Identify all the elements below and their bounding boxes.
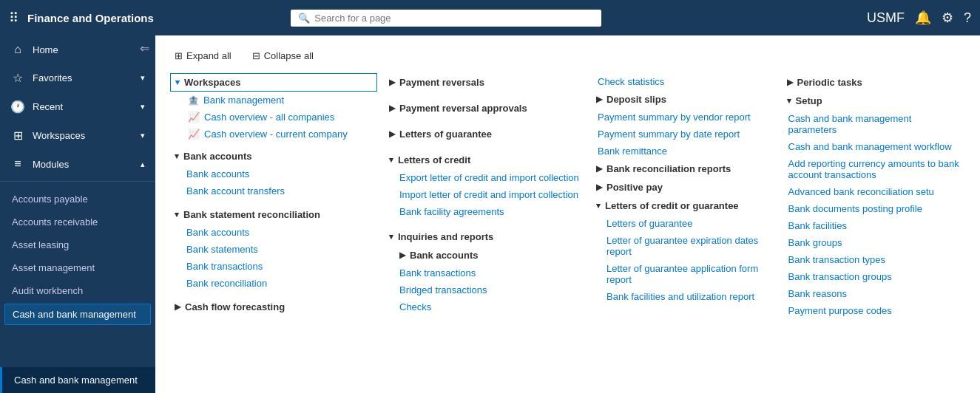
cash-bank-workflow-link[interactable]: Cash and bank management workflow: [783, 138, 966, 155]
bank-transaction-groups-link[interactable]: Bank transaction groups: [783, 268, 966, 285]
cash-overview-all-link[interactable]: 📈 Cash overview - all companies: [170, 109, 377, 126]
chevron-down-icon: ▾: [389, 155, 393, 165]
inquiries-header[interactable]: ▾ Inquiries and reports: [385, 228, 584, 246]
help-icon[interactable]: ?: [964, 10, 971, 26]
periodic-tasks-header[interactable]: ▶ Periodic tasks: [783, 73, 966, 92]
workspaces-label: Workspaces: [184, 77, 240, 88]
deposit-slips-header[interactable]: ▶ Deposit slips: [592, 90, 775, 109]
sidebar-item-workspaces[interactable]: ⊞ Workspaces ▾: [0, 121, 155, 150]
bank-facility-link[interactable]: Bank facility agreements: [385, 203, 584, 220]
chevron-right-icon: ▶: [389, 103, 395, 113]
column-3: Check statistics ▶ Deposit slips Payment…: [584, 73, 775, 312]
sidebar-item-asset-management[interactable]: Asset management: [0, 256, 155, 279]
workspaces-header[interactable]: ▾ Workspaces: [170, 73, 377, 92]
modules-icon: ≡: [10, 157, 25, 171]
cash-bank-params-link[interactable]: Cash and bank management parameters: [783, 110, 966, 138]
check-statistics-link[interactable]: Check statistics: [592, 73, 775, 90]
sidebar-collapse-btn[interactable]: ⇐: [140, 41, 149, 55]
chevron-down-icon: ▾: [175, 210, 179, 219]
bank-groups-link[interactable]: Bank groups: [783, 234, 966, 251]
bank-statements-link[interactable]: Bank statements: [170, 241, 377, 258]
payment-purpose-codes-link[interactable]: Payment purpose codes: [783, 302, 966, 319]
sidebar-recent-label: Recent: [33, 101, 63, 112]
letters-of-guarantee-header[interactable]: ▶ Letters of guarantee: [385, 125, 584, 143]
bank-transactions-link[interactable]: Bank transactions: [170, 258, 377, 275]
workspaces-icon: ⊞: [10, 129, 25, 143]
chevron-down-icon: ▾: [596, 201, 601, 211]
bank-management-label: Bank management: [203, 95, 284, 106]
bank-reconciliation-reports-label: Bank reconciliation reports: [606, 163, 731, 174]
bank-accounts-sub-header[interactable]: ▶ Bank accounts: [385, 246, 584, 264]
bank-icon: 🏦: [188, 95, 199, 106]
user-label: USMF: [867, 10, 905, 26]
chevron-right-icon: ▶: [787, 78, 793, 87]
export-letter-link[interactable]: Export letter of credit and import colle…: [385, 169, 584, 186]
cashflow-section: ▶ Cash flow forecasting: [170, 298, 377, 316]
bank-facilities-utilization-link[interactable]: Bank facilities and utilization report: [592, 288, 775, 305]
chevron-down-icon: ▾: [141, 102, 145, 112]
collapse-all-button[interactable]: ⊟ Collapse all: [248, 47, 318, 64]
sidebar-item-modules[interactable]: ≡ Modules ▴: [0, 150, 155, 178]
bank-docs-posting-link[interactable]: Bank documents posting profile: [783, 200, 966, 217]
chevron-right-icon: ▶: [175, 302, 180, 312]
cashflow-header[interactable]: ▶ Cash flow forecasting: [170, 298, 377, 316]
sidebar-item-home[interactable]: ⌂ Home: [0, 35, 155, 64]
sidebar-item-favorites[interactable]: ☆ Favorites ▾: [0, 64, 155, 92]
workspaces-items: 🏦 Bank management 📈 Cash overview - all …: [170, 92, 377, 143]
letters-credit-guarantee-label: Letters of credit or guarantee: [605, 200, 739, 211]
bank-reconciliation-link[interactable]: Bank reconciliation: [170, 275, 377, 292]
sidebar-item-asset-leasing[interactable]: Asset leasing: [0, 233, 155, 256]
advanced-bank-recon-link[interactable]: Advanced bank reconciliation setu: [783, 183, 966, 200]
sidebar-item-audit-workbench[interactable]: Audit workbench: [0, 279, 155, 302]
checks-link[interactable]: Checks: [385, 298, 584, 315]
bank-remittance-link[interactable]: Bank remittance: [592, 143, 775, 160]
bell-icon[interactable]: 🔔: [915, 10, 931, 26]
sidebar-item-cash-bank-active[interactable]: Cash and bank management: [0, 367, 155, 393]
payment-reversals-header[interactable]: ▶ Payment reversals: [385, 73, 584, 92]
bank-reconciliation-reports-header[interactable]: ▶ Bank reconciliation reports: [592, 160, 775, 178]
expand-all-label: Expand all: [186, 50, 232, 61]
payment-summary-date-link[interactable]: Payment summary by date report: [592, 126, 775, 143]
content-toolbar: ⊞ Expand all ⊟ Collapse all: [170, 47, 965, 64]
import-letter-link[interactable]: Import letter of credit and import colle…: [385, 186, 584, 203]
bridged-transactions-link[interactable]: Bridged transactions: [385, 281, 584, 298]
grid-icon[interactable]: ⠿: [9, 10, 18, 26]
sidebar-item-recent[interactable]: 🕐 Recent ▾: [0, 92, 155, 121]
content-columns: ▾ Workspaces 🏦 Bank management 📈 Cash ov…: [170, 73, 965, 327]
bank-management-link[interactable]: 🏦 Bank management: [170, 92, 377, 109]
bank-facilities-link[interactable]: Bank facilities: [783, 217, 966, 234]
sidebar-item-accounts-receivable[interactable]: Accounts receivable: [0, 211, 155, 233]
bank-accounts-header[interactable]: ▾ Bank accounts: [170, 147, 377, 165]
bank-stmt-accounts-link[interactable]: Bank accounts: [170, 224, 377, 241]
sidebar-item-accounts-payable[interactable]: Accounts payable: [0, 188, 155, 211]
chevron-down-icon: ▾: [141, 73, 145, 83]
bank-reasons-link[interactable]: Bank reasons: [783, 285, 966, 302]
bank-accounts-link[interactable]: Bank accounts: [170, 165, 377, 182]
letter-expiration-link[interactable]: Letter of guarantee expiration dates rep…: [592, 232, 775, 260]
chevron-right-icon: ▶: [389, 78, 395, 87]
letters-of-guarantee-col3-link[interactable]: Letters of guarantee: [592, 215, 775, 232]
bank-accounts-header-label: Bank accounts: [183, 151, 251, 162]
search-box[interactable]: 🔍: [291, 10, 601, 27]
sidebar-favorites-label: Favorites: [33, 72, 72, 83]
letters-credit-guarantee-header[interactable]: ▾ Letters of credit or guarantee: [592, 196, 775, 215]
bank-account-transfers-link[interactable]: Bank account transfers: [170, 182, 377, 199]
search-input[interactable]: [314, 13, 594, 24]
cash-overview-all-label: Cash overview - all companies: [204, 112, 334, 123]
reporting-currency-link[interactable]: Add reporting currency amounts to bank a…: [783, 155, 966, 183]
positive-pay-header[interactable]: ▶ Positive pay: [592, 178, 775, 196]
setup-header[interactable]: ▾ Setup: [783, 92, 966, 110]
collapse-icon: ⊟: [252, 50, 260, 61]
letters-of-credit-header[interactable]: ▾ Letters of credit: [385, 151, 584, 169]
bank-stmt-header[interactable]: ▾ Bank statement reconciliation: [170, 205, 377, 224]
payment-reversal-approvals-header[interactable]: ▶ Payment reversal approvals: [385, 99, 584, 117]
positive-pay-label: Positive pay: [606, 182, 663, 193]
expand-all-button[interactable]: ⊞ Expand all: [170, 47, 236, 64]
gear-icon[interactable]: ⚙: [942, 10, 953, 26]
bank-transactions-inq-link[interactable]: Bank transactions: [385, 264, 584, 281]
cash-overview-current-link[interactable]: 📈 Cash overview - current company: [170, 126, 377, 143]
payment-summary-vendor-link[interactable]: Payment summary by vendor report: [592, 109, 775, 126]
letter-application-link[interactable]: Letter of guarantee application form rep…: [592, 260, 775, 288]
bank-transaction-types-link[interactable]: Bank transaction types: [783, 251, 966, 268]
sidebar-item-cash-bank-highlighted[interactable]: Cash and bank management: [4, 304, 151, 325]
